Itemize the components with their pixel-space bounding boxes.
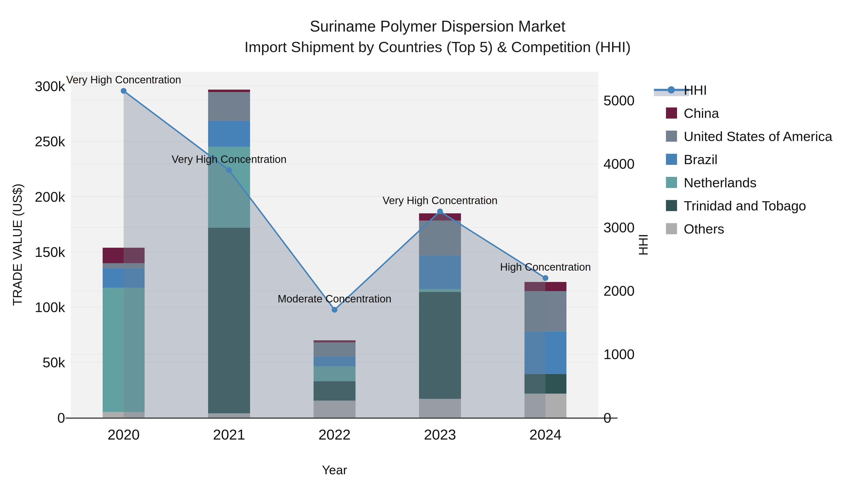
y-right-tick-label: 5000 <box>603 93 634 108</box>
y-right-tick-label: 3000 <box>603 220 634 235</box>
legend-item-others[interactable]: Others <box>666 221 724 236</box>
legend: HHIChinaUnited States of AmericaBrazilNe… <box>654 83 833 236</box>
legend-label: United States of America <box>684 129 833 144</box>
legend-swatch-icon <box>666 223 677 234</box>
x-tick-label-2021: 2021 <box>213 427 245 443</box>
bar-segment-china-2021[interactable] <box>208 90 250 92</box>
legend-swatch-icon <box>666 131 677 142</box>
annotation-2022: Moderate Concentration <box>278 293 391 304</box>
x-tick-label-2022: 2022 <box>318 427 350 443</box>
annotation-2020: Very High Concentration <box>66 74 181 86</box>
chart-title-line2: Import Shipment by Countries (Top 5) & C… <box>245 37 631 57</box>
bar-segment-brazil-2021[interactable] <box>208 121 250 147</box>
chart-canvas: Very High ConcentrationVery High Concent… <box>0 0 868 488</box>
legend-label: Netherlands <box>684 175 756 190</box>
y-left-tick-label: 100k <box>35 299 65 315</box>
legend-label: Others <box>684 221 724 236</box>
legend-item-united-states-of-america[interactable]: United States of America <box>666 129 833 144</box>
x-tick-label-2023: 2023 <box>424 427 456 443</box>
y-left-tick-label: 300k <box>35 78 65 94</box>
y-left-tick-label: 50k <box>42 355 65 370</box>
y-left-tick-label: 200k <box>35 189 65 205</box>
legend-swatch-icon <box>666 200 677 211</box>
y-left-tick-label: 0 <box>57 410 65 426</box>
y-right-tick-label: 1000 <box>603 346 634 362</box>
bar-segment-united-states-of-america-2021[interactable] <box>208 92 250 121</box>
hhi-marker-2023[interactable] <box>437 208 443 214</box>
annotation-2023: Very High Concentration <box>382 194 497 206</box>
legend-label: China <box>684 105 719 121</box>
legend-label: Brazil <box>684 152 717 167</box>
annotation-2024: High Concentration <box>500 261 591 273</box>
chart-title-line1: Suriname Polymer Dispersion Market <box>245 16 631 37</box>
legend-item-china[interactable]: China <box>666 105 719 121</box>
legend-label: Trinidad and Tobago <box>684 198 806 213</box>
figure: Suriname Polymer Dispersion Market Impor… <box>0 0 868 488</box>
y-left-axis-title: TRADE VALUE (US$) <box>10 184 24 306</box>
hhi-marker-2022[interactable] <box>332 307 338 313</box>
legend-item-trinidad-and-tobago[interactable]: Trinidad and Tobago <box>666 198 806 213</box>
legend-item-brazil[interactable]: Brazil <box>666 152 717 167</box>
hhi-marker-2021[interactable] <box>226 167 232 173</box>
y-left-tick-label: 250k <box>35 133 65 149</box>
y-right-tick-label: 0 <box>603 410 611 426</box>
legend-item-netherlands[interactable]: Netherlands <box>666 175 756 190</box>
x-axis-title: Year <box>322 463 347 477</box>
legend-item-hhi[interactable]: HHI <box>654 83 707 98</box>
hhi-marker-2024[interactable] <box>542 275 548 281</box>
y-right-tick-label: 2000 <box>603 283 634 299</box>
y-right-tick-label: 4000 <box>603 156 634 171</box>
annotation-2021: Very High Concentration <box>172 153 287 165</box>
legend-label: HHI <box>684 83 707 98</box>
hhi-legend-marker-icon <box>668 86 675 94</box>
y-right-axis-title: HHI <box>636 234 650 256</box>
hhi-marker-2020[interactable] <box>121 88 127 94</box>
x-tick-label-2024: 2024 <box>529 427 562 443</box>
y-left-tick-label: 150k <box>35 244 65 260</box>
legend-swatch-icon <box>666 177 677 188</box>
legend-swatch-icon <box>666 107 677 119</box>
x-tick-label-2020: 2020 <box>107 427 140 443</box>
chart-title: Suriname Polymer Dispersion Market Impor… <box>245 16 631 57</box>
legend-swatch-icon <box>666 154 677 165</box>
